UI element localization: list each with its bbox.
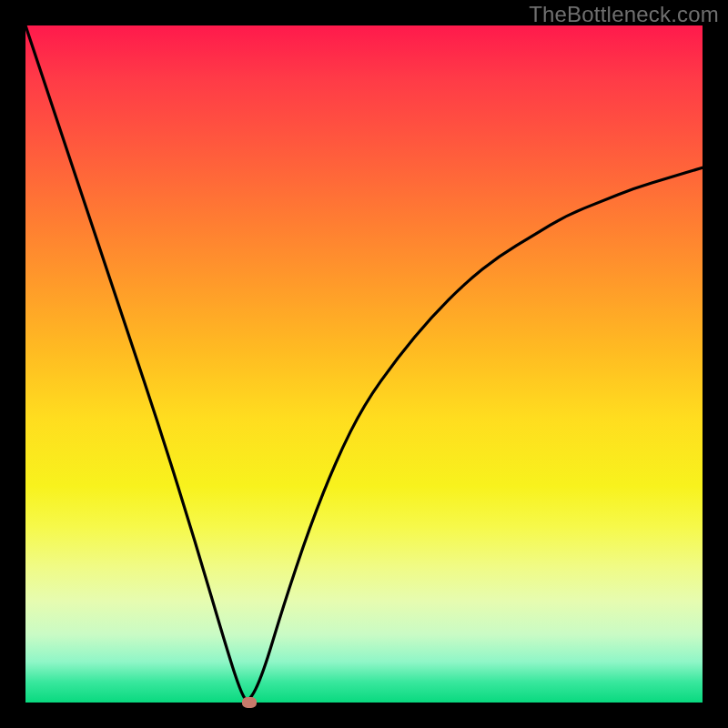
chart-frame: TheBottleneck.com (0, 0, 728, 728)
optimum-marker (242, 697, 257, 708)
plot-area (25, 25, 703, 703)
bottleneck-curve (25, 25, 703, 703)
watermark-text: TheBottleneck.com (529, 2, 719, 27)
